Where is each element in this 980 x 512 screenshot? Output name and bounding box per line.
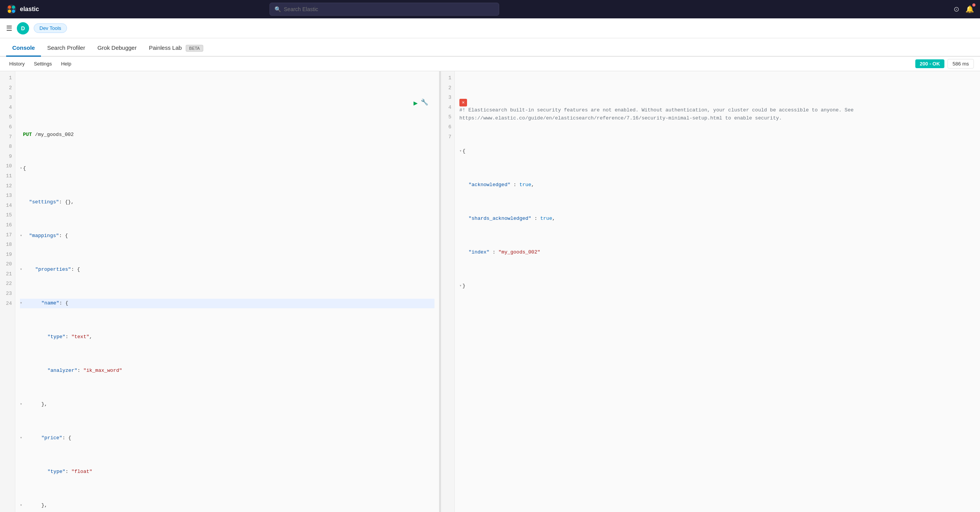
status-badge: 200 - OK — [915, 59, 945, 68]
notifications-icon[interactable]: 🔔 — [965, 5, 974, 13]
code-line-4: ▾ "mappings": { — [20, 231, 434, 241]
tab-grok-debugger[interactable]: Grok Debugger — [91, 40, 143, 57]
response-line-5: "index" : "my_goods_002" — [459, 247, 975, 257]
tab-console[interactable]: Console — [6, 40, 41, 57]
search-input[interactable] — [284, 6, 494, 12]
search-icon: 🔍 — [274, 6, 281, 12]
main-content: 12345 678910 1112131415 1617181920 21222… — [0, 71, 980, 512]
line-numbers: 12345 678910 1112131415 1617181920 21222… — [0, 71, 15, 512]
settings-button[interactable]: Settings — [31, 59, 55, 68]
elastic-logo[interactable]: elastic — [6, 4, 39, 15]
svg-point-3 — [8, 10, 11, 13]
svg-point-1 — [8, 5, 11, 9]
code-line-6: ▾ "name": { — [20, 299, 434, 309]
help-button[interactable]: Help — [58, 59, 74, 68]
response-line-3: "acknowledged" : true, — [459, 180, 975, 190]
toolbar: History Settings Help 200 - OK 586 ms — [0, 57, 980, 71]
response-line-6: ▾ } — [459, 281, 975, 291]
response-line-4: "shards_acknowledged" : true, — [459, 214, 975, 224]
history-button[interactable]: History — [6, 59, 28, 68]
support-icon[interactable]: ⊙ — [954, 5, 959, 13]
top-navigation: elastic 🔍 ⊙ 🔔 — [0, 0, 980, 18]
code-line-10: ▾ "price": { — [20, 433, 434, 443]
dev-tools-button[interactable]: Dev Tools — [34, 23, 67, 33]
notification-badge — [972, 3, 975, 7]
user-avatar[interactable]: D — [17, 22, 29, 34]
global-search-bar[interactable]: 🔍 — [270, 3, 499, 16]
code-line-3: "settings": {}, — [20, 198, 434, 208]
code-content[interactable]: ▶ 🔧 PUT /my_goods_002 ▾ { — [15, 71, 439, 512]
svg-point-2 — [12, 5, 15, 9]
code-line-9: ▾ }, — [20, 399, 434, 409]
response-pane: 1 2 3 4 5 6 7 ✕ #! Elasticsearch built-i… — [441, 71, 980, 512]
editor-pane: 12345 678910 1112131415 1617181920 21222… — [0, 71, 439, 512]
code-editor[interactable]: 12345 678910 1112131415 1617181920 21222… — [0, 71, 439, 512]
warning-icon: ✕ — [459, 99, 467, 106]
code-line-7: "type": "text", — [20, 332, 434, 342]
nav-right-icons: ⊙ 🔔 — [954, 5, 974, 13]
code-line-5: ▾ "properties": { — [20, 265, 434, 275]
code-line-11: "type": "float" — [20, 467, 434, 477]
beta-badge: BETA — [186, 45, 203, 52]
hamburger-menu[interactable]: ☰ — [6, 24, 12, 33]
code-line-2: ▾ { — [20, 164, 434, 174]
response-line-numbers: 1 2 3 4 5 6 7 — [441, 71, 455, 512]
response-content: ✕ #! Elasticsearch built-in security fea… — [455, 71, 980, 512]
tab-painless-lab[interactable]: Painless Lab BETA — [143, 40, 209, 57]
tab-search-profiler[interactable]: Search Profiler — [41, 40, 91, 57]
elastic-logo-icon — [6, 4, 17, 15]
settings-wrench-icon[interactable]: 🔧 — [421, 98, 428, 109]
logo-text: elastic — [20, 6, 39, 13]
app-bar: ☰ D Dev Tools — [0, 18, 980, 38]
response-code-area: 1 2 3 4 5 6 7 ✕ #! Elasticsearch built-i… — [441, 71, 980, 512]
code-line-1: PUT /my_goods_002 — [20, 130, 434, 140]
tabs-bar: Console Search Profiler Grok Debugger Pa… — [0, 38, 980, 57]
response-line-2: ▾ { — [459, 146, 975, 156]
svg-point-4 — [12, 10, 15, 13]
code-line-12: ▾ }, — [20, 501, 434, 510]
response-time: 586 ms — [947, 59, 974, 69]
warning-text: #! Elasticsearch built-in security featu… — [459, 106, 975, 123]
response-line-1: ✕ #! Elasticsearch built-in security fea… — [459, 98, 975, 123]
run-button[interactable]: ▶ — [413, 98, 418, 109]
response-line-7 — [459, 315, 975, 325]
code-line-8: "analyzer": "ik_max_word" — [20, 366, 434, 376]
svg-point-0 — [7, 5, 16, 14]
